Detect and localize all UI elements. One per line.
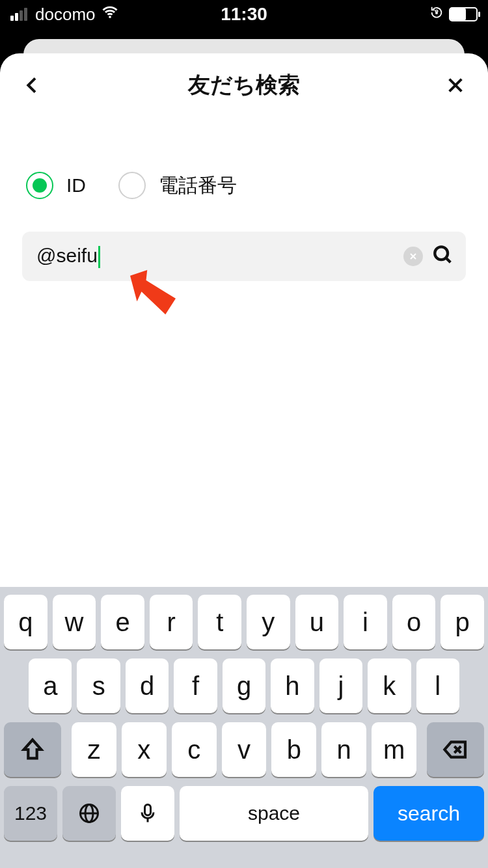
status-right: [429, 5, 478, 23]
keyboard-row-1: qwertyuiop: [4, 595, 484, 649]
key-f[interactable]: f: [174, 658, 217, 713]
key-c[interactable]: c: [172, 722, 217, 777]
keyboard-row-4: 123 space search: [4, 786, 484, 841]
key-x[interactable]: x: [122, 722, 167, 777]
radio-id-label: ID: [66, 174, 86, 197]
key-j[interactable]: j: [319, 658, 362, 713]
key-w[interactable]: w: [53, 595, 96, 649]
key-v[interactable]: v: [222, 722, 267, 777]
shift-key[interactable]: [4, 722, 61, 777]
numbers-key[interactable]: 123: [4, 786, 57, 841]
radio-id[interactable]: ID: [26, 172, 86, 199]
backspace-key[interactable]: [427, 722, 484, 777]
svg-rect-14: [145, 805, 151, 816]
key-p[interactable]: p: [441, 595, 484, 649]
space-key[interactable]: space: [180, 786, 368, 841]
radio-phone[interactable]: 電話番号: [118, 172, 237, 199]
back-button[interactable]: [20, 72, 46, 98]
clear-button[interactable]: [403, 247, 423, 266]
close-button[interactable]: [442, 72, 468, 98]
key-o[interactable]: o: [392, 595, 436, 649]
globe-key[interactable]: [62, 786, 116, 841]
radio-icon: [118, 172, 146, 199]
search-input[interactable]: @seifu: [36, 245, 394, 268]
key-n[interactable]: n: [321, 722, 366, 777]
search-field[interactable]: @seifu: [22, 232, 466, 281]
radio-icon: [26, 172, 53, 199]
key-s[interactable]: s: [77, 658, 120, 713]
radio-phone-label: 電話番号: [159, 172, 237, 199]
key-m[interactable]: m: [372, 722, 416, 777]
key-l[interactable]: l: [416, 658, 459, 713]
svg-marker-8: [130, 270, 176, 314]
svg-point-6: [435, 247, 448, 260]
key-y[interactable]: y: [247, 595, 290, 649]
svg-line-7: [446, 258, 450, 262]
key-z[interactable]: z: [72, 722, 116, 777]
key-h[interactable]: h: [271, 658, 314, 713]
annotation-arrow-icon: [124, 270, 182, 316]
search-key[interactable]: search: [373, 786, 484, 841]
keyboard-row-3: zxcvbnm: [4, 722, 484, 777]
key-t[interactable]: t: [198, 595, 241, 649]
key-q[interactable]: q: [4, 595, 47, 649]
orientation-lock-icon: [429, 5, 444, 23]
search-type-row: ID 電話番号: [0, 113, 488, 225]
status-time: 11:30: [0, 4, 488, 25]
key-r[interactable]: r: [150, 595, 193, 649]
status-bar: docomo 11:30: [0, 0, 488, 29]
key-g[interactable]: g: [223, 658, 265, 713]
key-e[interactable]: e: [101, 595, 144, 649]
key-b[interactable]: b: [271, 722, 316, 777]
text-caret: [98, 246, 100, 268]
keyboard-row-2: asdfghjkl: [4, 658, 484, 713]
key-d[interactable]: d: [126, 658, 169, 713]
dictation-key[interactable]: [121, 786, 174, 841]
key-k[interactable]: k: [368, 658, 411, 713]
key-a[interactable]: a: [29, 658, 72, 713]
key-u[interactable]: u: [295, 595, 339, 649]
sheet-header: 友だち検索: [0, 53, 488, 113]
soft-keyboard: qwertyuiop asdfghjkl zxcvbnm 123 space s…: [0, 587, 488, 868]
page-title: 友だち検索: [46, 70, 442, 100]
battery-icon: [449, 7, 478, 21]
search-icon[interactable]: [432, 244, 454, 269]
key-i[interactable]: i: [344, 595, 387, 649]
